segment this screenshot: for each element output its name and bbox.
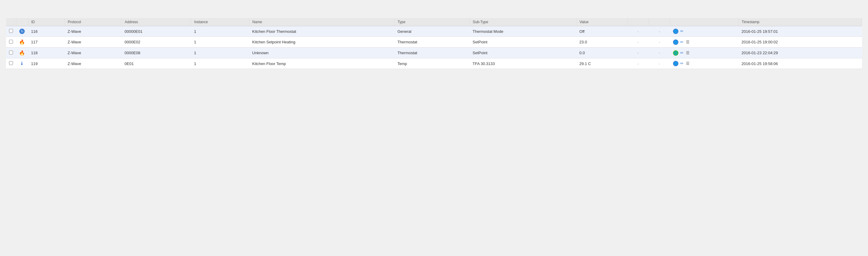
row-col1: - — [627, 26, 649, 37]
row-subtype: TFA 30.3133 — [470, 58, 576, 69]
row-value: 0.0 — [576, 47, 627, 58]
row-protocol: Z-Wave — [64, 26, 121, 37]
row-name: Kitchen Floor Temp — [249, 58, 395, 69]
col-value: Value — [576, 18, 627, 26]
row-timestamp: 2016-01-23 22:04:29 — [738, 47, 862, 58]
table-header-row: ID Protocol Address Instance Name Type S… — [6, 18, 862, 26]
col-id: ID — [28, 18, 64, 26]
row-type: Thermostat — [395, 47, 470, 58]
row-name: Kitchen Setpoint Heating — [249, 37, 395, 47]
globe-button[interactable]: 🌐 — [673, 39, 678, 45]
list-button[interactable]: ☰ — [685, 61, 690, 66]
row-type: General — [395, 26, 470, 37]
table-row: 🔥117Z-Wave0000E021Kitchen Setpoint Heati… — [6, 37, 862, 47]
row-instance: 1 — [191, 47, 249, 58]
row-id: 116 — [28, 26, 64, 37]
col-address: Address — [121, 18, 191, 26]
list-button[interactable]: ☰ — [685, 39, 690, 45]
row-col1: - — [627, 47, 649, 58]
row-icon-cell: 🔥 — [16, 37, 28, 47]
edit-button[interactable]: ✏ — [679, 29, 684, 34]
main-content: ID Protocol Address Instance Name Type S… — [0, 0, 868, 75]
row-col1: - — [627, 58, 649, 69]
col-extra2 — [649, 18, 670, 26]
col-actions — [670, 18, 738, 26]
row-instance: 1 — [191, 26, 249, 37]
row-actions: 🌐✏☰ — [670, 37, 738, 47]
row-protocol: Z-Wave — [64, 47, 121, 58]
col-check — [6, 18, 16, 26]
col-extra1 — [627, 18, 649, 26]
row-checkbox-cell — [6, 58, 16, 69]
row-protocol: Z-Wave — [64, 37, 121, 47]
row-checkbox[interactable] — [9, 51, 13, 55]
row-timestamp: 2016-01-25 19:57:01 — [738, 26, 862, 37]
row-actions: 🌐✏☰ — [670, 58, 738, 69]
row-checkbox-cell — [6, 47, 16, 58]
row-checkbox-cell — [6, 37, 16, 47]
row-subtype: SetPoint — [470, 37, 576, 47]
row-timestamp: 2016-01-25 19:00:02 — [738, 37, 862, 47]
row-name: Kitchen Floor Thermostat — [249, 26, 395, 37]
thermometer-icon: 🌡 — [20, 61, 24, 66]
row-subtype: Thermostat Mode — [470, 26, 576, 37]
row-name: Unknown — [249, 47, 395, 58]
row-icon-cell: 🌡 — [16, 58, 28, 69]
row-value: 29.1 C — [576, 58, 627, 69]
row-checkbox[interactable] — [9, 29, 13, 33]
row-icon-cell: 🔥 — [16, 47, 28, 58]
col-instance: Instance — [191, 18, 249, 26]
row-id: 119 — [28, 58, 64, 69]
edit-button[interactable]: ✏ — [679, 39, 684, 45]
row-id: 117 — [28, 37, 64, 47]
row-col2: - — [649, 26, 670, 37]
edit-button[interactable]: ✏ — [679, 50, 684, 56]
row-col2: - — [649, 37, 670, 47]
row-checkbox[interactable] — [9, 61, 13, 65]
row-instance: 1 — [191, 37, 249, 47]
row-value: 23.0 — [576, 37, 627, 47]
row-value: Off — [576, 26, 627, 37]
globe-button[interactable]: 🌐 — [673, 50, 678, 56]
col-subtype: Sub-Type — [470, 18, 576, 26]
row-address: 0E01 — [121, 58, 191, 69]
row-address: 00000E01 — [121, 26, 191, 37]
table-row: 🔥118Z-Wave0000E081UnknownThermostatSetPo… — [6, 47, 862, 58]
refresh-icon[interactable]: ↻ — [19, 29, 25, 34]
row-checkbox[interactable] — [9, 40, 13, 44]
col-protocol: Protocol — [64, 18, 121, 26]
row-id: 118 — [28, 47, 64, 58]
row-col2: - — [649, 47, 670, 58]
row-icon-cell: ↻ — [16, 26, 28, 37]
globe-button[interactable]: 🌐 — [673, 61, 678, 66]
row-timestamp: 2016-01-25 19:58:06 — [738, 58, 862, 69]
row-type: Thermostat — [395, 37, 470, 47]
flame-icon: 🔥 — [19, 50, 25, 56]
row-address: 0000E02 — [121, 37, 191, 47]
row-protocol: Z-Wave — [64, 58, 121, 69]
col-name: Name — [249, 18, 395, 26]
globe-button[interactable]: 🌐 — [673, 29, 678, 34]
col-icon — [16, 18, 28, 26]
row-col2: - — [649, 58, 670, 69]
row-actions: 🌐✏☰ — [670, 47, 738, 58]
col-type: Type — [395, 18, 470, 26]
edit-button[interactable]: ✏ — [679, 61, 684, 66]
table-row: ↻116Z-Wave00000E011Kitchen Floor Thermos… — [6, 26, 862, 37]
devices-table: ID Protocol Address Instance Name Type S… — [6, 18, 862, 69]
row-actions: 🌐✏ — [670, 26, 738, 37]
col-timestamp: Timestamp — [738, 18, 862, 26]
row-checkbox-cell — [6, 26, 16, 37]
row-col1: - — [627, 37, 649, 47]
flame-icon: 🔥 — [19, 39, 25, 45]
row-type: Temp — [395, 58, 470, 69]
table-row: 🌡119Z-Wave0E011Kitchen Floor TempTempTFA… — [6, 58, 862, 69]
list-button[interactable]: ☰ — [685, 50, 690, 56]
row-subtype: SetPoint — [470, 47, 576, 58]
row-instance: 1 — [191, 58, 249, 69]
row-address: 0000E08 — [121, 47, 191, 58]
